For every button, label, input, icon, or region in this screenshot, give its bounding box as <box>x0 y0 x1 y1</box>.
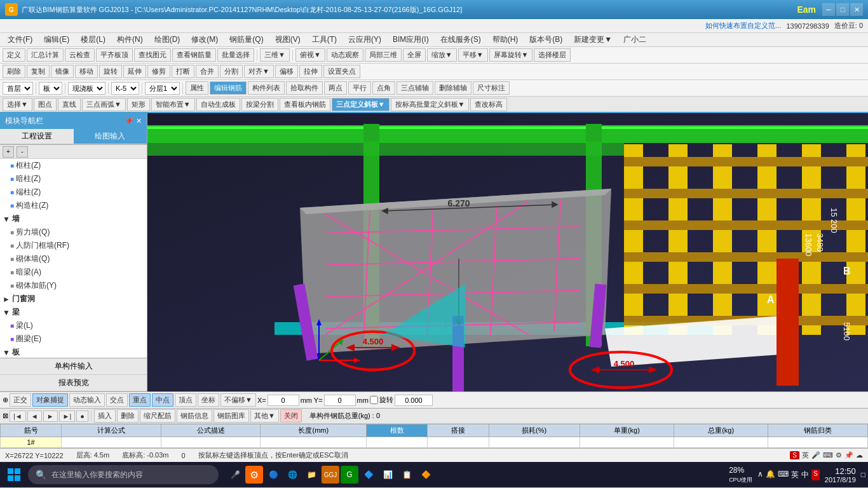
taskbar-folder[interactable]: 📁 <box>302 466 320 484</box>
rebar-action-6[interactable]: 关闭 <box>280 409 302 423</box>
toolbar3-btn-7[interactable]: 三点辅轴 <box>397 81 433 95</box>
menu-item-版本号b[interactable]: 版本号(B) <box>524 33 567 46</box>
rebar-action-3[interactable]: 钢筋信息 <box>177 409 212 423</box>
taskbar-app4[interactable]: 📊 <box>379 466 397 484</box>
taskbar-g-app[interactable]: G <box>341 466 358 484</box>
menu-item-修改m[interactable]: 修改(M) <box>186 33 223 46</box>
toolbar4-btn-1[interactable]: 图点 <box>34 98 57 111</box>
rebar-action-4[interactable]: 钢筋图库 <box>214 409 249 423</box>
taskbar-ggj[interactable]: GGJ <box>322 466 339 484</box>
rebar-action-5[interactable]: 其他▼ <box>250 409 279 423</box>
menu-item-bim应用i[interactable]: BIM应用(I) <box>388 33 434 46</box>
rebar-cell-0-4[interactable] <box>367 437 428 448</box>
taskbar-edge[interactable]: 🌐 <box>283 466 301 484</box>
toolbar2-btn-8[interactable]: 合并 <box>196 65 219 78</box>
toolbar4-btn-9[interactable]: 三点定义斜板▼ <box>332 98 390 111</box>
rebar-cell-0-7[interactable] <box>580 437 674 448</box>
rebar-action-0[interactable]: 插入 <box>94 409 116 423</box>
toolbar3-btn-5[interactable]: 平行 <box>348 81 371 95</box>
toolbar2-btn-7[interactable]: 打断 <box>172 65 194 78</box>
toolbar4-btn-6[interactable]: 自动生成板 <box>196 98 240 111</box>
snap-btn-3[interactable]: 交点 <box>106 393 128 407</box>
rebar-cell-0-9[interactable] <box>768 437 868 448</box>
snap-btn-0[interactable]: 正交 <box>10 393 31 407</box>
tree-item-3[interactable]: ■构造柱(Z) <box>0 199 147 212</box>
snap-btn-8[interactable]: 不偏移▼ <box>220 393 256 407</box>
tree-item-7[interactable]: ■砌体墙(Q) <box>0 252 147 266</box>
rebar-nav-3[interactable]: ►| <box>59 410 76 422</box>
toolbar1-btn-4[interactable]: 查找图元 <box>134 48 171 62</box>
toolbar1-btn-3[interactable]: 平齐板顶 <box>96 48 133 62</box>
tree-item-11[interactable]: ▼梁 <box>0 306 147 319</box>
toolbar4-btn-2[interactable]: 直线 <box>58 98 81 111</box>
tree-item-1[interactable]: ■暗柱(Z) <box>0 172 147 186</box>
toolbar2-btn-5[interactable]: 延伸 <box>123 65 146 78</box>
minimize-button[interactable]: ─ <box>822 3 835 16</box>
toolbar4-btn-7[interactable]: 按梁分割 <box>241 98 278 111</box>
rotate-input[interactable] <box>395 395 433 406</box>
menu-item-新建变更▼[interactable]: 新建变更▼ <box>569 33 617 46</box>
toolbar1-btn-8[interactable]: 俯视▼ <box>295 48 325 62</box>
rebar-cell-0-1[interactable] <box>62 437 161 448</box>
menu-item-文件f[interactable]: 文件(F) <box>3 33 37 46</box>
toolbar1-btn-15[interactable]: 选择楼层 <box>534 48 571 62</box>
toolbar2-btn-9[interactable]: 分割 <box>220 65 243 78</box>
toolbar4-btn-4[interactable]: 矩形 <box>127 98 150 111</box>
snap-btn-2[interactable]: 动态输入 <box>69 393 105 407</box>
toolbar2-btn-0[interactable]: 刷除 <box>3 65 25 78</box>
rebar-nav-0[interactable]: |◄ <box>10 410 26 422</box>
tree-item-4[interactable]: ▼墙 <box>0 212 147 226</box>
toolbar2-btn-13[interactable]: 设置夹点 <box>323 65 360 78</box>
menu-item-编辑e[interactable]: 编辑(E) <box>39 33 74 46</box>
add-button[interactable]: + <box>3 146 14 158</box>
toolbar2-btn-12[interactable]: 拉伸 <box>299 65 322 78</box>
toolbar3-btn-9[interactable]: 尺寸标注 <box>473 81 510 95</box>
taskbar-search[interactable]: 🔍 在这里输入你要搜索的内容 <box>28 465 219 484</box>
toolbar1-btn-10[interactable]: 局部三维 <box>365 48 402 62</box>
toolbar1-btn-12[interactable]: 缩放▼ <box>427 48 457 62</box>
toolbar1-btn-11[interactable]: 全屏 <box>403 48 426 62</box>
toolbar3-select-3[interactable]: K-5 <box>111 82 139 95</box>
rotate-checkbox[interactable] <box>370 396 378 404</box>
taskbar-app1[interactable]: ⚙ <box>245 466 263 484</box>
rebar-nav-2[interactable]: ► <box>43 410 58 422</box>
single-element-input-button[interactable]: 单构件输入 <box>0 358 147 375</box>
menu-item-钢筋量q[interactable]: 钢筋量(Q) <box>224 33 268 46</box>
panel-pin[interactable]: 📌 <box>125 117 133 125</box>
toolbar4-btn-10[interactable]: 按标高批量定义斜板▼ <box>391 98 470 111</box>
toolbar1-btn-1[interactable]: 汇总计算 <box>27 48 64 62</box>
rebar-cell-0-6[interactable] <box>489 437 580 448</box>
tree-item-9[interactable]: ■砌体加筋(Y) <box>0 279 147 292</box>
tree-item-0[interactable]: ■框柱(Z) <box>0 159 147 172</box>
toolbar4-btn-0[interactable]: 选择▼ <box>3 98 32 111</box>
toolbar4-btn-3[interactable]: 三点画弧▼ <box>82 98 126 111</box>
rebar-nav-4[interactable]: ● <box>76 410 88 422</box>
report-preview-button[interactable]: 报表预览 <box>0 375 147 391</box>
taskbar-mic[interactable]: 🎤 <box>226 466 244 484</box>
toolbar3-btn-8[interactable]: 删除辅轴 <box>435 81 471 95</box>
toolbar2-btn-1[interactable]: 复制 <box>27 65 50 78</box>
tree-item-13[interactable]: ■圈梁(E) <box>0 332 147 346</box>
toolbar3-btn-4[interactable]: 两点 <box>324 81 347 95</box>
panel-close[interactable]: ✕ <box>136 117 142 125</box>
remove-button[interactable]: - <box>17 146 28 158</box>
toolbar2-btn-10[interactable]: 对齐▼ <box>244 65 274 78</box>
toolbar2-btn-11[interactable]: 偏移 <box>275 65 298 78</box>
toolbar2-btn-3[interactable]: 移动 <box>75 65 98 78</box>
rebar-action-1[interactable]: 删除 <box>117 409 139 423</box>
toolbar1-btn-6[interactable]: 批量选择 <box>217 48 254 62</box>
rebar-row-0[interactable]: 1# <box>1 437 868 448</box>
rebar-cell-0-5[interactable] <box>428 437 489 448</box>
toolbar1-btn-5[interactable]: 查看钢筋量 <box>172 48 216 62</box>
toolbar3-select-0[interactable]: 首层 <box>3 82 33 95</box>
tree-item-10[interactable]: ►门窗洞 <box>0 292 147 306</box>
rebar-cell-0-3[interactable] <box>261 437 367 448</box>
snap-btn-7[interactable]: 坐标 <box>198 393 219 407</box>
taskbar-app6[interactable]: 🔶 <box>417 466 435 484</box>
tree-item-6[interactable]: ■人防门框墙(RF) <box>0 239 147 252</box>
toolbar1-btn-14[interactable]: 屏幕旋转▼ <box>489 48 533 62</box>
toolbar3-select-1[interactable]: 板 <box>39 82 62 95</box>
notification-center[interactable]: □ <box>861 470 865 479</box>
rebar-table-container[interactable]: 筋号计算公式公式描述长度(mm)根数搭接损耗(%)单重(kg)总重(kg)钢筋归… <box>0 424 868 448</box>
menu-item-帮助h[interactable]: 帮助(H) <box>487 33 524 46</box>
